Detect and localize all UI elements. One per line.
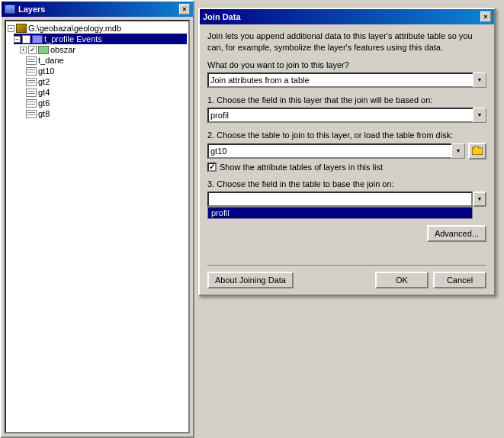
section2-row: gt10 xyxy=(207,143,486,159)
expand-icon-obszar[interactable]: + xyxy=(20,47,27,53)
section2-checkbox-row: Show the attribute tables of layers in t… xyxy=(207,163,486,172)
footer-right-buttons: OK Cancel xyxy=(375,272,486,288)
expand-icon-root[interactable]: − xyxy=(8,25,14,32)
tree-label-gt8: gt8 xyxy=(38,109,50,118)
dialog-body: Join lets you append additional data to … xyxy=(200,24,494,221)
tree-label-obszar: obszar xyxy=(50,45,75,54)
dialog-title: Join Data xyxy=(203,12,241,21)
layers-panel: Layers × − G:\geobaza\geology.mdb − t_pr… xyxy=(0,0,194,438)
dialog-title-container: Join Data xyxy=(203,12,241,21)
tree-item-gt10[interactable]: gt10 xyxy=(26,66,187,76)
db-icon xyxy=(16,24,27,33)
dialog-titlebar: Join Data × xyxy=(200,9,494,24)
tree-item-tprofile[interactable]: − t_profile Events xyxy=(14,34,187,44)
checkbox-obszar[interactable] xyxy=(28,46,37,54)
section2: 2. Choose the table to join to this laye… xyxy=(207,130,486,172)
layers-title-text: Layers xyxy=(18,5,45,14)
folder-browse-icon xyxy=(472,147,483,155)
tree-item-gt2[interactable]: gt2 xyxy=(26,76,187,87)
tree-item-obszar[interactable]: + obszar xyxy=(20,44,187,55)
section3-arrow-icon: ▼ xyxy=(477,196,483,201)
section2-label: 2. Choose the table to join to this laye… xyxy=(207,130,486,140)
tree-item-gt6[interactable]: gt6 xyxy=(26,98,187,108)
advanced-row: Advanced... xyxy=(207,225,486,242)
about-button[interactable]: About Joining Data xyxy=(207,272,294,288)
tree-label-gt10: gt10 xyxy=(38,66,54,76)
browse-button[interactable] xyxy=(468,143,486,159)
tree-item-tdane[interactable]: t_dane xyxy=(26,55,187,66)
table-icon-gt4 xyxy=(26,89,37,97)
dialog-question: What do you want to join to this layer? xyxy=(207,60,486,69)
tree-label-gt2: gt2 xyxy=(38,77,50,86)
layers-icon xyxy=(5,5,15,14)
tree-label-gt4: gt4 xyxy=(38,88,50,97)
tree-label-gt6: gt6 xyxy=(38,98,50,108)
tree-item-gt8[interactable]: gt8 xyxy=(26,108,187,119)
table-icon-gt2 xyxy=(26,78,37,86)
join-type-select-wrapper: Join attributes from a table xyxy=(207,72,486,88)
layers-title-left: Layers xyxy=(5,5,45,14)
tree-label-tdane: t_dane xyxy=(38,56,64,65)
layers-titlebar: Layers × xyxy=(2,2,193,17)
section3-dropdown-list: profil xyxy=(207,207,473,219)
tree-label-root: G:\geobaza\geology.mdb xyxy=(28,24,121,33)
layer-icon-tprofile xyxy=(32,35,43,43)
join-type-select[interactable]: Join attributes from a table xyxy=(207,72,486,88)
section3-dropdown-container: ▼ profil xyxy=(207,192,486,207)
section2-select[interactable]: gt10 xyxy=(207,143,465,159)
section3-field-row: ▼ xyxy=(207,192,486,207)
section3-arrow-btn[interactable]: ▼ xyxy=(473,192,486,207)
section1-label: 1. Choose the field in this layer that t… xyxy=(207,95,486,105)
layer-icon-obszar xyxy=(38,46,49,54)
checkbox-tprofile[interactable] xyxy=(22,35,30,43)
tree-label-tprofile: t_profile Events xyxy=(44,34,102,43)
table-icon-gt6 xyxy=(26,99,37,108)
section1-select-wrapper: profil xyxy=(207,108,486,123)
expand-icon-tprofile[interactable]: − xyxy=(14,36,21,43)
dialog-footer: Advanced... About Joining Data OK Cancel xyxy=(200,221,494,295)
layers-tree: − G:\geobaza\geology.mdb − t_profile Eve… xyxy=(5,20,190,433)
footer-buttons: About Joining Data OK Cancel xyxy=(207,265,486,288)
layers-close-button[interactable]: × xyxy=(179,4,190,14)
table-icon-tdane xyxy=(26,56,37,65)
ok-button[interactable]: OK xyxy=(375,272,429,288)
show-tables-checkbox[interactable] xyxy=(207,163,217,172)
tree-item-gt4[interactable]: gt4 xyxy=(26,87,187,98)
section3-field[interactable] xyxy=(207,192,473,207)
section3-label: 3. Choose the field in the table to base… xyxy=(207,179,486,188)
dialog-description: Join lets you append additional data to … xyxy=(207,31,486,54)
join-data-dialog: Join Data × Join lets you append additio… xyxy=(198,8,496,296)
table-icon-gt10 xyxy=(26,67,37,76)
section3: 3. Choose the field in the table to base… xyxy=(207,179,486,207)
table-icon-gt8 xyxy=(26,110,37,118)
join-type-section: Join attributes from a table xyxy=(207,72,486,88)
section1: 1. Choose the field in this layer that t… xyxy=(207,95,486,123)
advanced-button[interactable]: Advanced... xyxy=(427,225,486,242)
dialog-close-button[interactable]: × xyxy=(480,11,491,22)
tree-item-root[interactable]: − G:\geobaza\geology.mdb xyxy=(8,23,187,34)
show-tables-label: Show the attribute tables of layers in t… xyxy=(220,163,383,172)
dialog-overlay: Join Data × Join lets you append additio… xyxy=(194,0,504,438)
section1-select[interactable]: profil xyxy=(207,108,486,123)
cancel-button[interactable]: Cancel xyxy=(433,272,486,288)
dropdown-item-profil[interactable]: profil xyxy=(208,208,472,218)
section2-select-wrapper: gt10 xyxy=(207,143,465,159)
